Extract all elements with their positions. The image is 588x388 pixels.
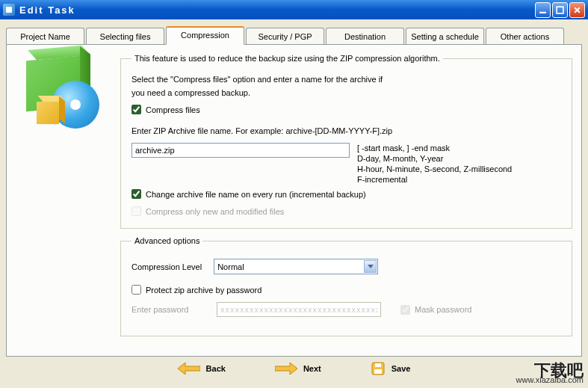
filename-label: Enter ZIP Archive file name. For example… (131, 126, 561, 135)
next-button[interactable]: Next (269, 360, 327, 378)
password-input (217, 302, 381, 317)
intro-text-1: Select the "Compress files" option and e… (131, 75, 561, 84)
tab-destination[interactable]: Destination (326, 28, 404, 45)
wizard-footer: Back Next Save (0, 358, 588, 379)
zip-options-group: This feature is used to reduce the backu… (120, 54, 572, 229)
svg-rect-3 (375, 363, 381, 367)
mask-legend: [ -start mask, ] -end mask D-day, M-mont… (357, 143, 512, 185)
intro-text-2: you need a compressed backup. (131, 88, 561, 97)
compression-level-label: Compression Level (131, 262, 202, 271)
tab-compression[interactable]: Compression (166, 26, 244, 45)
mask-password-label: Mask password (415, 305, 471, 314)
tab-panel: This feature is used to reduce the backu… (6, 44, 582, 357)
floppy-disk-icon (371, 361, 386, 376)
advanced-options-legend: Advanced options (131, 236, 202, 245)
compression-level-value: Normal (217, 262, 244, 271)
svg-rect-0 (539, 11, 546, 13)
tab-project-name[interactable]: Project Name (6, 28, 84, 45)
tab-selecting-files[interactable]: Selecting files (86, 28, 164, 45)
content-area: Project Name Selecting files Compression… (0, 19, 588, 388)
compress-new-only-label: Compress only new and modified files (146, 207, 284, 216)
advanced-options-group: Advanced options Compression Level Norma… (120, 236, 572, 336)
compression-illustration (20, 58, 110, 133)
compress-files-checkbox[interactable] (131, 105, 141, 114)
archive-filename-input[interactable] (131, 143, 350, 158)
titlebar: Edit Task (0, 0, 588, 19)
compress-files-label: Compress files (146, 105, 200, 114)
tab-other-actions[interactable]: Other actions (486, 28, 564, 45)
app-icon (3, 4, 15, 16)
mask-password-checkbox (400, 305, 410, 315)
arrow-right-icon (275, 363, 297, 375)
compression-level-select[interactable]: Normal (214, 259, 378, 274)
tab-bar: Project Name Selecting files Compression… (6, 25, 582, 44)
back-button[interactable]: Back (172, 360, 232, 378)
protect-password-label: Protect zip archive by password (146, 286, 261, 295)
chevron-down-icon[interactable] (364, 260, 377, 273)
close-button[interactable] (569, 2, 585, 18)
tab-schedule[interactable]: Setting a schedule (406, 28, 484, 45)
zip-options-legend: This feature is used to reduce the backu… (131, 54, 443, 63)
svg-rect-4 (374, 369, 382, 374)
save-button[interactable]: Save (365, 358, 417, 379)
change-filename-checkbox[interactable] (131, 189, 141, 199)
protect-password-checkbox[interactable] (131, 285, 141, 295)
window-title: Edit Task (19, 4, 535, 16)
minimize-button[interactable] (535, 2, 551, 18)
change-filename-label: Change archive file name on every run (i… (146, 190, 366, 199)
tab-security[interactable]: Security / PGP (246, 28, 324, 45)
compress-new-only-checkbox (131, 206, 141, 216)
svg-rect-1 (557, 7, 563, 13)
maximize-button[interactable] (552, 2, 568, 18)
arrow-left-icon (178, 363, 200, 375)
password-label: Enter password (131, 305, 212, 314)
